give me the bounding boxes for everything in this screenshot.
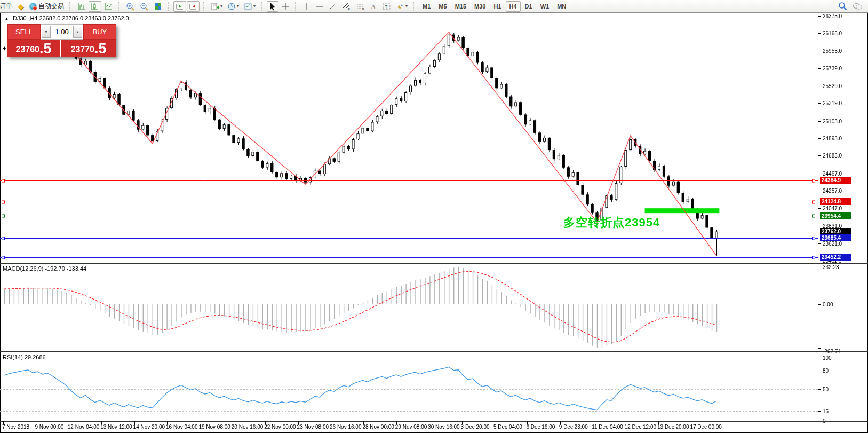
timeframe-h1[interactable]: H1 xyxy=(490,1,505,12)
price-tick-label: 24047.0 xyxy=(823,206,842,211)
timeframe-m15[interactable]: M15 xyxy=(451,1,470,12)
time-axis-label: 26 Nov 16:00 xyxy=(330,424,362,430)
chat-button[interactable] xyxy=(850,1,865,12)
chart-title: ▲ DJ30-,H4 23682.0 23786.0 23463.0 23762… xyxy=(4,15,129,21)
search-button[interactable] xyxy=(836,1,849,12)
auto-scroll-button[interactable] xyxy=(173,1,186,12)
new-order-button[interactable]: 订单 xyxy=(0,1,14,12)
timeframe-h4[interactable]: H4 xyxy=(506,1,521,12)
time-axis-label: 28 Nov 00:00 xyxy=(362,424,394,430)
bar-chart-icon xyxy=(77,2,86,11)
zoom-out-button[interactable] xyxy=(138,1,151,12)
price-tick-label: 25529.0 xyxy=(823,83,842,89)
text-label-tool[interactable]: T xyxy=(380,1,393,12)
pivot-annotation[interactable]: 多空转折点23954 xyxy=(563,215,660,231)
toolbar-separator xyxy=(295,2,298,11)
autotrading-label: 自动交易 xyxy=(38,2,64,11)
vertical-line-icon xyxy=(304,2,310,11)
price-tick-label: 24893.0 xyxy=(823,136,842,141)
price-level-badge: 24124.8 xyxy=(820,198,851,205)
candlestick-chart-icon xyxy=(91,2,99,11)
volume-stepper: ▼ 1.00 ▲ xyxy=(41,24,83,40)
price-tick-label: 25739.0 xyxy=(823,66,842,72)
timeframe-w1[interactable]: W1 xyxy=(537,1,553,12)
arrows-tool[interactable]: ▾ xyxy=(394,1,410,12)
toolbar-separator xyxy=(261,2,264,11)
candlestick-chart-button[interactable] xyxy=(89,1,101,12)
indicators-add-icon xyxy=(211,2,219,11)
cursor-button[interactable] xyxy=(267,1,278,12)
channel-icon: E xyxy=(342,2,351,11)
chart-canvas[interactable] xyxy=(0,13,868,433)
crosshair-button[interactable] xyxy=(279,1,292,12)
cursor-icon xyxy=(269,2,276,11)
timeframe-d1[interactable]: D1 xyxy=(521,1,536,12)
gold-icon[interactable]: ◆ xyxy=(15,1,27,12)
price-tick-label: 24683.0 xyxy=(823,153,842,159)
timeframe-mn[interactable]: MN xyxy=(553,1,570,12)
sell-price-main: 23760 xyxy=(15,43,39,57)
rsi-axis-label: 100 xyxy=(823,355,832,361)
text-tool[interactable]: A xyxy=(368,1,379,12)
clock-icon xyxy=(227,2,236,11)
fibonacci-icon: F xyxy=(356,2,365,11)
horizontal-line-tool[interactable] xyxy=(313,1,326,12)
buy-price-frac: .5 xyxy=(94,41,107,57)
price-level-badge: 23685.4 xyxy=(820,234,851,241)
price-tick-label: 23621.0 xyxy=(823,241,842,247)
main-toolbar: 订单 ◆ 自动交易 ▾ ▾ xyxy=(0,0,868,13)
dropdown-arrow-icon: ▾ xyxy=(237,4,239,9)
indicators-button[interactable]: ▾ xyxy=(209,1,225,12)
toolbar-separator xyxy=(69,2,73,11)
dropdown-arrow-icon: ▾ xyxy=(405,4,408,9)
price-level-badge: 23452.2 xyxy=(820,254,851,261)
line-chart-button[interactable] xyxy=(102,1,115,12)
buy-price-main: 23770 xyxy=(70,43,94,57)
time-axis-label: 3 Dec 20:00 xyxy=(461,424,490,430)
fibonacci-tool[interactable]: F xyxy=(354,1,367,12)
sell-price[interactable]: 23760 .5 xyxy=(7,40,60,57)
volume-increase-button[interactable]: ▲ xyxy=(73,26,82,38)
dropdown-arrow-icon: ▾ xyxy=(220,4,222,9)
svg-text:T: T xyxy=(385,4,388,10)
time-axis-label: 7 Nov 2018 xyxy=(2,424,29,430)
buy-button[interactable]: BUY xyxy=(83,24,116,40)
timeframe-m30[interactable]: M30 xyxy=(471,1,489,12)
periods-button[interactable]: ▾ xyxy=(225,1,241,12)
new-order-label: 订单 xyxy=(0,2,12,11)
time-axis-label: 17 Dec 00:00 xyxy=(690,424,722,430)
autotrading-button[interactable]: 自动交易 xyxy=(27,1,66,12)
time-axis[interactable]: 7 Nov 20189 Nov 00:0012 Nov 04:0013 Nov … xyxy=(0,423,818,433)
price-axis[interactable]: 26375.026165.025955.025739.025529.025319… xyxy=(818,13,868,433)
zoom-out-icon xyxy=(140,2,149,11)
equidistant-channel-tool[interactable]: E xyxy=(340,1,353,12)
collapse-ohlc-icon[interactable]: ▲ xyxy=(4,16,9,21)
time-axis-label: 9 Nov 00:00 xyxy=(35,424,63,430)
timeframe-m1[interactable]: M1 xyxy=(419,1,434,12)
time-axis-label: 22 Nov 00:00 xyxy=(264,424,296,430)
buy-price[interactable]: 23770 .5 xyxy=(61,40,116,57)
chart-shift-button[interactable] xyxy=(187,1,200,12)
rsi-axis-label: 50 xyxy=(823,387,829,392)
sell-button[interactable]: SELL xyxy=(7,24,41,40)
toolbar-separator xyxy=(203,2,206,11)
tile-windows-button[interactable] xyxy=(152,1,164,12)
price-level-badge: 24384.9 xyxy=(820,177,851,184)
trendline-tool[interactable] xyxy=(327,1,339,12)
zoom-in-icon xyxy=(126,2,135,11)
time-axis-label: 14 Nov 20:00 xyxy=(133,424,165,430)
bar-chart-button[interactable] xyxy=(75,1,88,12)
toolbar-separator xyxy=(413,2,416,11)
time-axis-label: 6 Dec 16:00 xyxy=(526,424,555,430)
volume-decrease-button[interactable]: ▼ xyxy=(42,26,51,38)
time-axis-label: 23 Nov 08:00 xyxy=(297,424,329,430)
mt4-terminal: { "toolbar": { "order_label": "订单", "aut… xyxy=(0,0,868,433)
vertical-line-tool[interactable] xyxy=(301,1,313,12)
timeframe-m5[interactable]: M5 xyxy=(435,1,450,12)
text-a-icon: A xyxy=(370,2,377,11)
volume-value[interactable]: 1.00 xyxy=(52,25,72,39)
time-axis-label: 13 Dec 20:00 xyxy=(657,424,689,430)
zoom-in-button[interactable] xyxy=(124,1,137,12)
time-axis-label: 5 Dec 04:00 xyxy=(493,424,522,430)
templates-button[interactable]: ▾ xyxy=(242,1,258,12)
